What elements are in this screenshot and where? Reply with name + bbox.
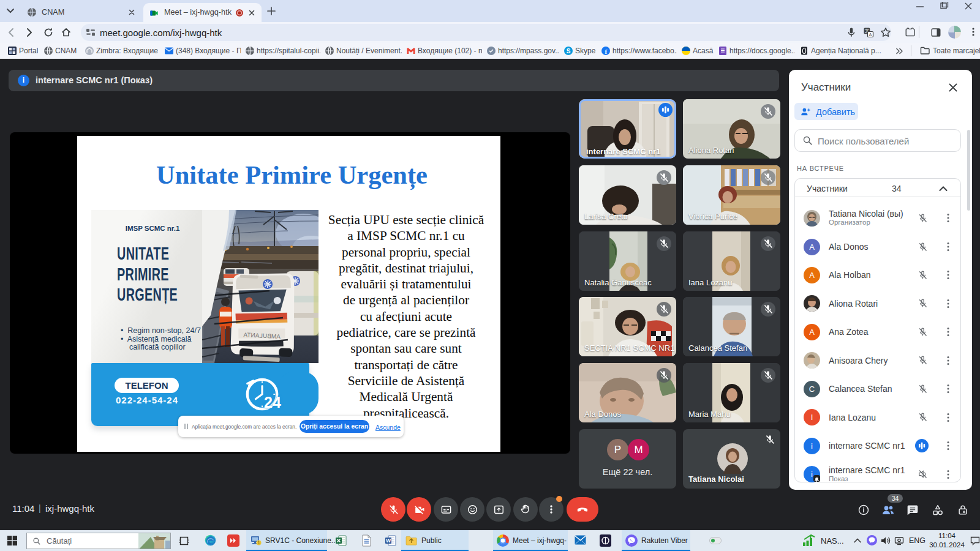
svg-text:f: f <box>605 48 608 55</box>
svg-text:1: 1 <box>258 541 260 545</box>
svg-text:S: S <box>567 48 571 54</box>
svg-text:W: W <box>386 538 391 544</box>
svg-text:A: A <box>869 32 872 37</box>
